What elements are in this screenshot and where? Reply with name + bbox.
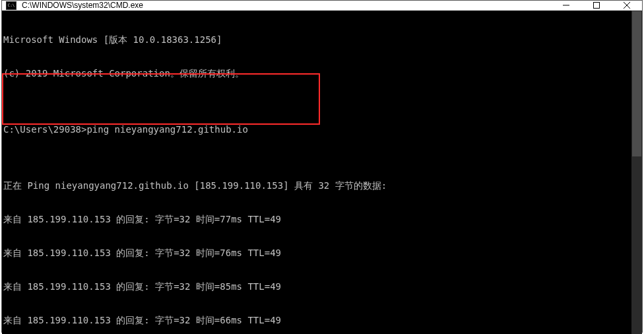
window-title: C:\WINDOWS\system32\CMD.exe	[20, 1, 551, 10]
ping-reply-line: 来自 185.199.110.153 的回复: 字节=32 时间=77ms TT…	[2, 214, 642, 225]
terminal-area[interactable]: Microsoft Windows [版本 10.0.18363.1256] (…	[2, 11, 642, 334]
maximize-button[interactable]	[581, 1, 612, 10]
scrollbar[interactable]: ▲ ▼	[631, 11, 642, 334]
close-button[interactable]	[612, 1, 642, 10]
ping-reply-line: 来自 185.199.110.153 的回复: 字节=32 时间=85ms TT…	[2, 281, 642, 292]
cmd-window: C:\WINDOWS\system32\CMD.exe Microsoft Wi…	[1, 0, 643, 333]
scrollbar-thumb[interactable]	[632, 11, 641, 156]
ping-header-line: 正在 Ping nieyangyang712.github.io [185.19…	[2, 180, 642, 191]
ping-reply-line: 来自 185.199.110.153 的回复: 字节=32 时间=76ms TT…	[2, 248, 642, 259]
header-line: Microsoft Windows [版本 10.0.18363.1256]	[2, 34, 642, 46]
redaction-mask	[77, 90, 91, 100]
titlebar[interactable]: C:\WINDOWS\system32\CMD.exe	[2, 1, 642, 11]
highlight-box	[2, 73, 320, 125]
redaction-mask	[77, 79, 79, 89]
prompt-line: C:\Users\29038>ping nieyangyang712.githu…	[2, 124, 642, 135]
copyright-line: (c) 2019 Microsoft Corporation。保留所有权利。	[2, 68, 642, 79]
cmd-icon	[6, 1, 16, 10]
app-icon-wrap	[2, 1, 20, 10]
minimize-button[interactable]	[551, 1, 581, 10]
redaction-mask	[77, 102, 91, 112]
window-controls	[551, 1, 642, 10]
ping-reply-line: 来自 185.199.110.153 的回复: 字节=32 时间=66ms TT…	[2, 315, 642, 326]
svg-rect-0	[594, 3, 600, 9]
